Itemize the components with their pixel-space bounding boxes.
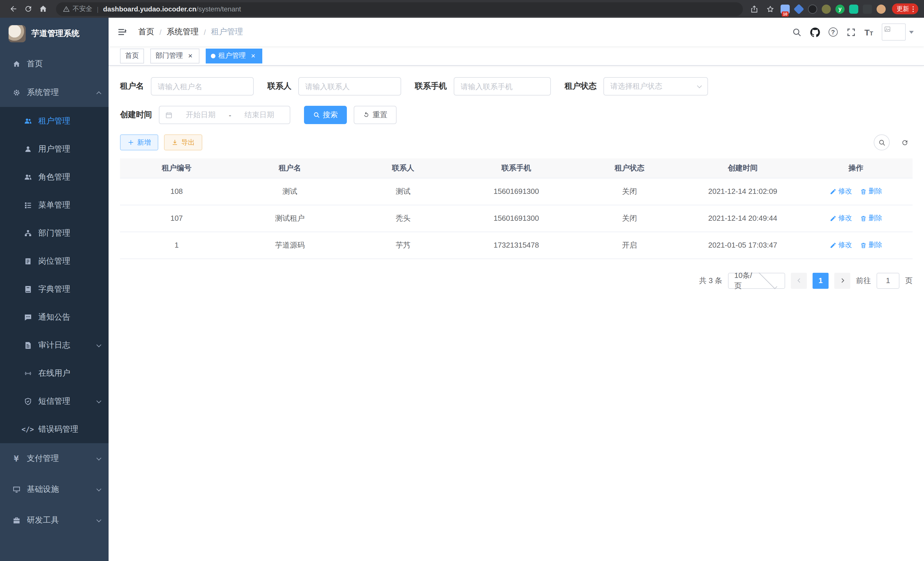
status-select[interactable]: 请选择租户状态 — [603, 77, 708, 96]
tag-dept[interactable]: 部门管理× — [150, 48, 200, 63]
logo-image — [9, 25, 26, 42]
create-time-label: 创建时间 — [120, 110, 152, 120]
close-icon[interactable]: × — [186, 52, 194, 60]
cell-status: 关闭 — [573, 205, 686, 232]
sidebar-item-menu[interactable]: 菜单管理 — [0, 191, 109, 219]
contact-input[interactable] — [298, 77, 401, 96]
sidebar-item-label: 短信管理 — [38, 396, 70, 406]
browser-back-button[interactable] — [6, 2, 21, 16]
extension-icon-green-square[interactable] — [849, 4, 858, 14]
kebab-menu-icon — [913, 5, 914, 12]
extensions-puzzle-icon[interactable] — [863, 4, 872, 14]
date-end-input[interactable]: 结束日期 — [235, 110, 284, 120]
browser-reload-button[interactable] — [21, 2, 35, 16]
sidebar-item-system[interactable]: 系统管理 — [0, 78, 109, 107]
cell-contact: 秃头 — [346, 205, 460, 232]
extension-icon-dark[interactable] — [808, 4, 817, 14]
close-icon[interactable]: × — [249, 52, 257, 60]
reset-button[interactable]: 重置 — [354, 106, 397, 124]
sidebar-item-dev-tools[interactable]: 研发工具 — [0, 505, 109, 536]
sidebar-item-audit-log[interactable]: 审计日志 — [0, 331, 109, 359]
sidebar-item-home[interactable]: 首页 — [0, 50, 109, 78]
page-size-select[interactable]: 10条/页 — [728, 272, 785, 289]
edit-button[interactable]: 修改 — [830, 240, 852, 250]
font-size-icon[interactable]: TT — [864, 28, 873, 36]
sidebar-item-role[interactable]: 角色管理 — [0, 163, 109, 191]
tenant-name-input[interactable] — [151, 77, 254, 96]
edit-button[interactable]: 修改 — [830, 186, 852, 196]
sidebar-item-online-users[interactable]: 在线用户 — [0, 359, 109, 387]
sidebar-item-notice[interactable]: 通知公告 — [0, 303, 109, 331]
extension-icon-green-letter[interactable]: y — [836, 4, 844, 14]
sidebar-item-sms[interactable]: 短信管理 — [0, 387, 109, 415]
cell-tenant-id: 1 — [120, 232, 233, 259]
sidebar-item-label: 通知公告 — [38, 312, 70, 322]
screen: 不安全 | dashboard.yudao.iocoder.cn/system/… — [0, 0, 924, 561]
sidebar-item-tenant[interactable]: 租户管理 — [0, 107, 109, 135]
column-header: 联系人 — [346, 158, 460, 178]
page-number-button[interactable]: 1 — [813, 272, 829, 289]
goto-page-input[interactable] — [877, 272, 899, 289]
delete-button[interactable]: 删除 — [860, 240, 882, 250]
export-button[interactable]: 导出 — [164, 134, 202, 150]
sidebar-item-error-code[interactable]: </> 错误码管理 — [0, 415, 109, 443]
refresh-table-button[interactable] — [897, 134, 913, 150]
bookmark-star-icon[interactable] — [765, 3, 776, 15]
sidebar-item-user[interactable]: 用户管理 — [0, 135, 109, 163]
phone-label: 联系手机 — [415, 81, 447, 92]
sidebar-item-dept[interactable]: 部门管理 — [0, 219, 109, 247]
browser-profile-avatar[interactable] — [877, 4, 886, 14]
tags-view: 首页 部门管理× 租户管理× — [109, 46, 924, 66]
sidebar-item-dict[interactable]: 字典管理 — [0, 275, 109, 303]
github-icon[interactable] — [810, 27, 820, 37]
sidebar-item-infrastructure[interactable]: 基础设施 — [0, 474, 109, 505]
sidebar-item-post[interactable]: 岗位管理 — [0, 247, 109, 275]
address-bar[interactable]: 不安全 | dashboard.yudao.iocoder.cn/system/… — [56, 2, 743, 16]
badge-icon — [23, 257, 33, 265]
delete-button[interactable]: 删除 — [860, 213, 882, 223]
sidebar-item-label: 岗位管理 — [38, 256, 70, 266]
extension-icon-olive[interactable] — [822, 4, 831, 14]
shield-icon — [23, 397, 33, 405]
chevron-down-icon — [758, 271, 777, 289]
code-icon: </> — [23, 425, 33, 433]
sidebar-item-label: 错误码管理 — [38, 424, 78, 434]
breadcrumb-home[interactable]: 首页 — [138, 27, 154, 37]
cell-status: 开启 — [573, 232, 686, 259]
sidebar-item-label: 研发工具 — [27, 515, 59, 526]
help-icon[interactable]: ? — [828, 27, 837, 37]
browser-update-menu-button[interactable]: 更新 — [892, 3, 918, 14]
column-header: 租户状态 — [573, 158, 686, 178]
fullscreen-icon[interactable] — [846, 27, 856, 37]
breadcrumb-system[interactable]: 系统管理 — [166, 27, 199, 37]
app-logo[interactable]: 芋道管理系统 — [0, 18, 109, 50]
extension-icon-badged[interactable]: 10 — [781, 4, 790, 14]
delete-button[interactable]: 删除 — [860, 186, 882, 196]
tag-home[interactable]: 首页 — [120, 48, 144, 63]
tag-tenant-active[interactable]: 租户管理× — [206, 48, 262, 63]
edit-button[interactable]: 修改 — [830, 213, 852, 223]
add-button[interactable]: 新增 — [120, 134, 158, 150]
cell-phone: 15601691300 — [460, 205, 573, 232]
user-icon — [23, 145, 33, 153]
user-avatar-menu[interactable] — [882, 23, 914, 41]
date-range-picker[interactable]: 开始日期 - 结束日期 — [159, 106, 290, 124]
browser-home-button[interactable] — [35, 2, 50, 16]
share-icon[interactable] — [748, 3, 760, 15]
show-search-toggle-button[interactable] — [874, 134, 890, 150]
page-url: dashboard.yudao.iocoder.cn/system/tenant — [103, 5, 241, 13]
phone-input[interactable] — [454, 77, 551, 96]
search-button[interactable]: 搜索 — [304, 106, 347, 124]
extension-icon-diamond[interactable] — [794, 3, 804, 14]
column-header: 联系手机 — [460, 158, 573, 178]
next-page-button[interactable] — [834, 272, 850, 289]
breadcrumb-separator: / — [204, 28, 206, 36]
sidebar-toggle-button[interactable] — [109, 18, 136, 46]
prev-page-button[interactable] — [791, 272, 807, 289]
date-start-input[interactable]: 开始日期 — [176, 110, 225, 120]
chevron-up-icon — [97, 92, 101, 96]
breadcrumb-separator: / — [159, 28, 161, 36]
sidebar-item-payment[interactable]: ¥ 支付管理 — [0, 443, 109, 474]
search-icon[interactable] — [792, 27, 801, 37]
update-label: 更新 — [897, 5, 909, 13]
